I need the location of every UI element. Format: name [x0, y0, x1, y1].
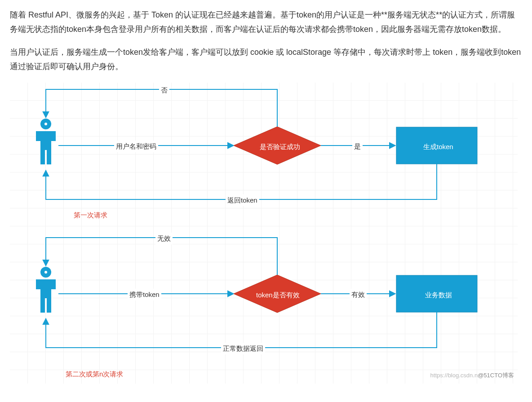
- user-icon: [36, 119, 56, 164]
- label-edge-to-decision-2: 携带token: [128, 289, 161, 300]
- token-flow-diagram: 用户名和密码 是否验证成功 否 是 生成token 返回token 第一次请求 …: [10, 83, 518, 384]
- label-decision-2: token是否有效: [254, 289, 301, 301]
- svg-point-4: [44, 271, 47, 274]
- watermark-dark: @51CTO博客: [478, 372, 514, 379]
- label-return-2: 正常数据返回: [221, 343, 265, 354]
- intro-paragraph-1: 随着 Restful API、微服务的兴起，基于 Token 的认证现在已经越来…: [10, 8, 522, 36]
- label-decision-1: 是否验证成功: [258, 141, 302, 153]
- svg-point-1: [44, 123, 47, 125]
- label-no-2: 无效: [155, 233, 173, 244]
- diagram-svg: [10, 83, 518, 384]
- label-no-1: 否: [159, 84, 169, 96]
- label-return-1: 返回token: [226, 194, 259, 206]
- intro-paragraph-2: 当用户认证后，服务端生成一个token发给客户端，客户端可以放到 cookie …: [10, 45, 522, 74]
- label-edge-to-decision-1: 用户名和密码: [114, 141, 158, 152]
- label-yes-2: 有效: [350, 289, 367, 300]
- caption-1: 第一次请求: [72, 209, 109, 221]
- label-box-2: 业务数据: [423, 289, 454, 301]
- watermark-faint: https://blog.csdn.n: [430, 372, 478, 379]
- watermark: https://blog.csdn.n@51CTO博客: [430, 371, 514, 381]
- label-box-1: 生成token: [421, 141, 455, 153]
- caption-2: 第二次或第n次请求: [64, 368, 125, 380]
- user-icon-2: [36, 267, 56, 313]
- label-yes-1: 是: [352, 141, 363, 152]
